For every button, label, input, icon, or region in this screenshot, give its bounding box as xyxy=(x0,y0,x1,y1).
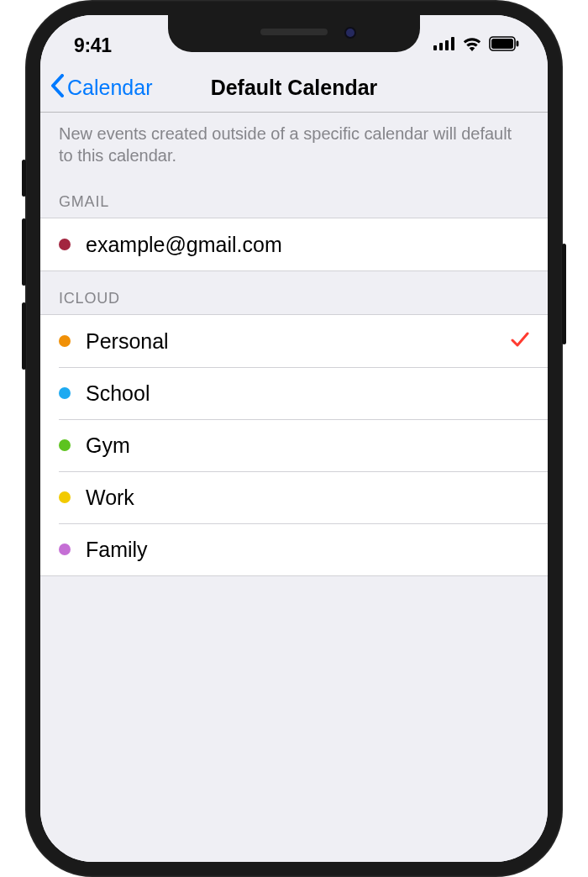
status-time: 9:41 xyxy=(74,34,112,57)
calendar-row-label: example@gmail.com xyxy=(86,233,529,257)
calendar-row-label: Gym xyxy=(86,433,529,458)
calendar-row[interactable]: School xyxy=(40,367,548,419)
calendar-color-dot xyxy=(59,544,71,555)
svg-rect-5 xyxy=(491,39,513,49)
calendar-color-dot xyxy=(59,439,71,451)
section-description: New events created outside of a specific… xyxy=(40,113,548,175)
screen: 9:41 xyxy=(40,15,548,862)
status-indicators xyxy=(433,36,519,55)
calendar-row[interactable]: Personal xyxy=(40,315,548,367)
calendar-row[interactable]: Work xyxy=(40,471,548,523)
section-header-icloud: ICLOUD xyxy=(40,271,548,314)
page-title: Default Calendar xyxy=(211,76,378,100)
device-notch xyxy=(168,15,420,52)
calendar-list-icloud: Personal School Gym xyxy=(40,314,548,576)
calendar-row[interactable]: Family xyxy=(40,523,548,575)
content-area: New events created outside of a specific… xyxy=(40,113,548,862)
svg-rect-2 xyxy=(445,40,449,50)
calendar-row-label: Personal xyxy=(86,329,511,354)
back-button-label: Calendar xyxy=(67,76,152,100)
calendar-list-gmail: example@gmail.com xyxy=(40,218,548,271)
back-button[interactable]: Calendar xyxy=(49,73,152,102)
calendar-color-dot xyxy=(59,387,71,399)
calendar-row[interactable]: example@gmail.com xyxy=(40,218,548,270)
calendar-row-label: Family xyxy=(86,538,529,562)
phone-frame: 9:41 xyxy=(25,0,563,877)
calendar-color-dot xyxy=(59,239,71,250)
wifi-icon xyxy=(462,36,482,55)
svg-rect-1 xyxy=(439,43,443,50)
calendar-color-dot xyxy=(59,491,71,503)
section-header-gmail: GMAIL xyxy=(40,175,548,218)
checkmark-icon xyxy=(511,331,529,351)
calendar-row-label: School xyxy=(86,381,529,406)
cellular-icon xyxy=(433,37,455,54)
svg-rect-3 xyxy=(451,37,454,50)
svg-rect-0 xyxy=(433,45,437,50)
calendar-row[interactable]: Gym xyxy=(40,419,548,471)
battery-icon xyxy=(489,36,519,55)
calendar-row-label: Work xyxy=(86,486,529,510)
nav-bar: Calendar Default Calendar xyxy=(40,64,548,113)
calendar-color-dot xyxy=(59,335,71,347)
chevron-left-icon xyxy=(50,74,66,102)
svg-rect-6 xyxy=(517,41,519,47)
